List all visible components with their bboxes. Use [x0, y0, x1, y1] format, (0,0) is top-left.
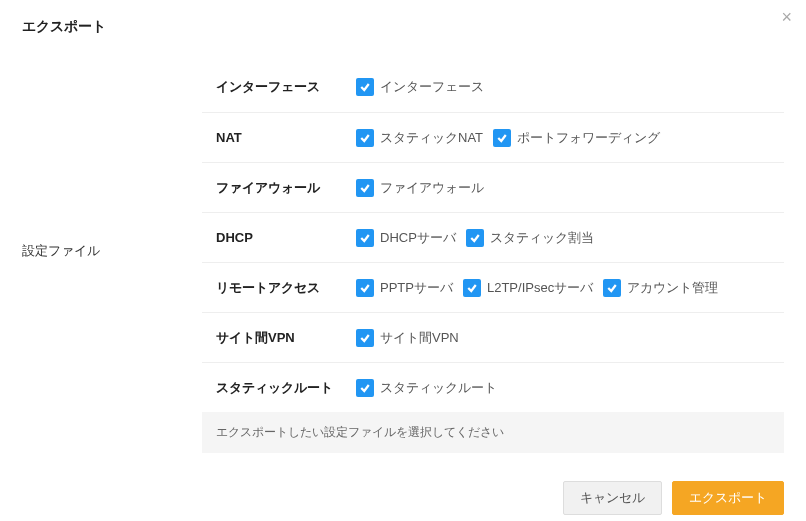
check-icon — [356, 279, 374, 297]
row-options: ファイアウォール — [356, 179, 484, 197]
dialog-footer: キャンセル エクスポート — [22, 481, 784, 515]
hint-text: エクスポートしたい設定ファイルを選択してください — [202, 412, 784, 453]
checkbox-label: スタティック割当 — [490, 229, 594, 247]
row-options: スタティックNAT ポートフォワーディング — [356, 129, 660, 147]
check-icon — [356, 229, 374, 247]
settings-table: インターフェース インターフェース NAT スタティックNAT — [202, 62, 784, 453]
row-static-route: スタティックルート スタティックルート — [202, 362, 784, 412]
checkbox-pptp[interactable]: PPTPサーバ — [356, 279, 453, 297]
check-icon — [356, 379, 374, 397]
checkbox-static-assign[interactable]: スタティック割当 — [466, 229, 594, 247]
check-icon — [603, 279, 621, 297]
row-firewall: ファイアウォール ファイアウォール — [202, 162, 784, 212]
checkbox-label: PPTPサーバ — [380, 279, 453, 297]
checkbox-label: インターフェース — [380, 78, 484, 96]
row-label: ファイアウォール — [216, 179, 356, 197]
row-options: PPTPサーバ L2TP/IPsecサーバ アカウント管理 — [356, 279, 718, 297]
checkbox-label: スタティックNAT — [380, 129, 483, 147]
dialog-content: 設定ファイル インターフェース インターフェース NAT スタティックNAT — [22, 62, 784, 453]
cancel-button[interactable]: キャンセル — [563, 481, 662, 515]
row-nat: NAT スタティックNAT ポートフォワーディング — [202, 112, 784, 162]
check-icon — [466, 229, 484, 247]
checkbox-port-forwarding[interactable]: ポートフォワーディング — [493, 129, 660, 147]
row-dhcp: DHCP DHCPサーバ スタティック割当 — [202, 212, 784, 262]
check-icon — [356, 329, 374, 347]
row-remote-access: リモートアクセス PPTPサーバ L2TP/IPsecサーバ アカウント管理 — [202, 262, 784, 312]
row-options: スタティックルート — [356, 379, 497, 397]
checkbox-account-mgmt[interactable]: アカウント管理 — [603, 279, 718, 297]
row-site-to-site-vpn: サイト間VPN サイト間VPN — [202, 312, 784, 362]
check-icon — [356, 78, 374, 96]
checkbox-label: DHCPサーバ — [380, 229, 456, 247]
checkbox-label: ポートフォワーディング — [517, 129, 660, 147]
row-options: サイト間VPN — [356, 329, 459, 347]
checkbox-s2s-vpn[interactable]: サイト間VPN — [356, 329, 459, 347]
check-icon — [356, 129, 374, 147]
check-icon — [493, 129, 511, 147]
export-dialog: × エクスポート 設定ファイル インターフェース インターフェース NAT — [0, 0, 806, 521]
checkbox-static-nat[interactable]: スタティックNAT — [356, 129, 483, 147]
section-label: 設定ファイル — [22, 62, 202, 260]
check-icon — [356, 179, 374, 197]
row-label: インターフェース — [216, 78, 356, 96]
export-button[interactable]: エクスポート — [672, 481, 784, 515]
row-options: DHCPサーバ スタティック割当 — [356, 229, 594, 247]
checkbox-l2tp-ipsec[interactable]: L2TP/IPsecサーバ — [463, 279, 593, 297]
checkbox-label: L2TP/IPsecサーバ — [487, 279, 593, 297]
checkbox-label: サイト間VPN — [380, 329, 459, 347]
checkbox-static-route[interactable]: スタティックルート — [356, 379, 497, 397]
row-label: NAT — [216, 130, 356, 145]
checkbox-dhcp-server[interactable]: DHCPサーバ — [356, 229, 456, 247]
checkbox-label: ファイアウォール — [380, 179, 484, 197]
row-label: スタティックルート — [216, 379, 356, 397]
check-icon — [463, 279, 481, 297]
checkbox-label: アカウント管理 — [627, 279, 718, 297]
dialog-title: エクスポート — [22, 18, 784, 36]
row-label: リモートアクセス — [216, 279, 356, 297]
row-options: インターフェース — [356, 78, 484, 96]
row-label: DHCP — [216, 230, 356, 245]
checkbox-firewall[interactable]: ファイアウォール — [356, 179, 484, 197]
row-interface: インターフェース インターフェース — [202, 62, 784, 112]
checkbox-interface[interactable]: インターフェース — [356, 78, 484, 96]
close-icon[interactable]: × — [781, 8, 792, 26]
row-label: サイト間VPN — [216, 329, 356, 347]
checkbox-label: スタティックルート — [380, 379, 497, 397]
